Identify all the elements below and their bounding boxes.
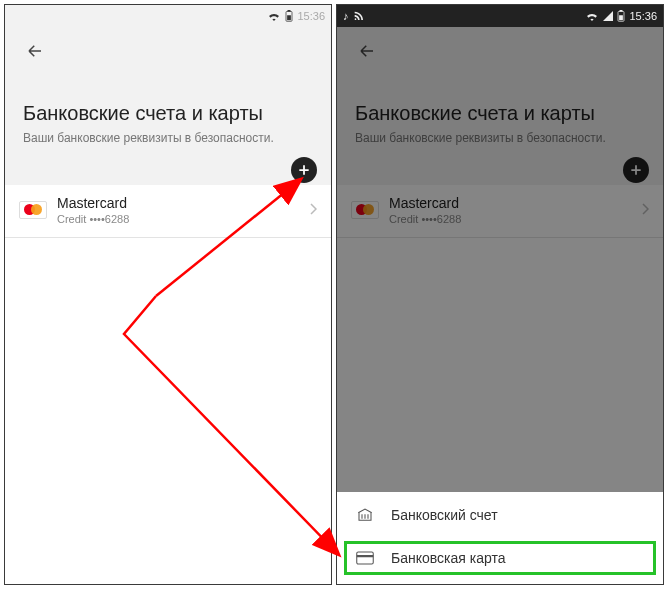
header: Банковские счета и карты Ваши банковские… bbox=[5, 27, 331, 159]
page-title: Банковские счета и карты bbox=[23, 102, 313, 125]
status-time: 15:36 bbox=[629, 10, 657, 22]
back-button[interactable] bbox=[23, 39, 47, 63]
card-icon bbox=[355, 551, 375, 565]
svg-rect-7 bbox=[357, 555, 374, 557]
svg-rect-6 bbox=[357, 552, 374, 564]
rss-icon bbox=[353, 10, 363, 22]
sheet-option-label: Банковский счет bbox=[391, 507, 498, 523]
svg-rect-5 bbox=[620, 15, 624, 20]
add-row bbox=[5, 159, 331, 185]
card-name: Mastercard bbox=[57, 195, 299, 211]
svg-rect-4 bbox=[620, 10, 623, 12]
screen-after: ♪ 15:36 Банковские счета и карты Ваши ба… bbox=[336, 4, 664, 585]
sheet-option-account[interactable]: Банковский счет bbox=[337, 492, 663, 538]
music-icon: ♪ bbox=[343, 10, 349, 22]
wifi-icon bbox=[585, 11, 599, 21]
add-button[interactable] bbox=[291, 157, 317, 183]
svg-rect-1 bbox=[288, 10, 291, 12]
status-time: 15:36 bbox=[297, 10, 325, 22]
sheet-option-card[interactable]: Банковская карта bbox=[341, 538, 659, 578]
card-item[interactable]: Mastercard Credit ••••6288 bbox=[5, 185, 331, 238]
status-bar: ♪ 15:36 bbox=[337, 5, 663, 27]
bottom-sheet: Банковский счет Банковская карта bbox=[337, 492, 663, 584]
status-bar: 15:36 bbox=[5, 5, 331, 27]
page-subtitle: Ваши банковские реквизиты в безопасности… bbox=[23, 131, 313, 145]
screen-before: 15:36 Банковские счета и карты Ваши банк… bbox=[4, 4, 332, 585]
battery-icon bbox=[285, 10, 293, 22]
wifi-icon bbox=[267, 11, 281, 21]
svg-rect-2 bbox=[288, 15, 292, 20]
mastercard-icon bbox=[19, 201, 47, 219]
bank-icon bbox=[355, 506, 375, 524]
chevron-right-icon bbox=[309, 201, 317, 219]
card-detail: Credit ••••6288 bbox=[57, 213, 299, 225]
battery-icon bbox=[617, 10, 625, 22]
sheet-option-label: Банковская карта bbox=[391, 550, 505, 566]
signal-icon bbox=[603, 11, 613, 21]
